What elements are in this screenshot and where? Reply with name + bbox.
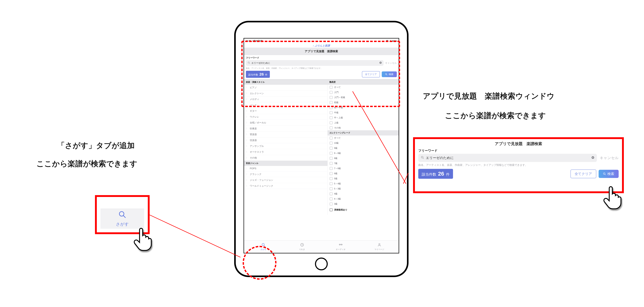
tab-mypage[interactable]: マイページ	[360, 240, 399, 253]
tab-search[interactable]: さがす	[244, 240, 283, 253]
clear-input-icon[interactable]	[592, 156, 594, 160]
checkbox-label: すべて	[334, 86, 341, 89]
list-item[interactable]: 〉ジャズ・フュージョン	[244, 177, 328, 183]
checkbox-icon	[330, 208, 332, 211]
result-count-chip: 該当件数 26 件	[246, 71, 270, 78]
checkbox-row[interactable]: 3級	[328, 201, 399, 206]
callout-result-count: 該当件数 26 件	[418, 169, 453, 179]
checkbox-row[interactable]: その他	[328, 125, 399, 130]
chevron-right-icon: 〉	[246, 86, 248, 89]
checkbox-icon	[330, 157, 332, 160]
checkbox-row[interactable]: 初級	[328, 100, 399, 105]
checkbox-row[interactable]: 7～6級	[328, 166, 399, 171]
list-item[interactable]: 〉メロディ	[244, 96, 328, 102]
checkbox-icon	[330, 152, 332, 155]
svg-line-14	[423, 158, 424, 159]
callout-count-label: 該当件数	[422, 172, 436, 177]
checkbox-row[interactable]: 5～4級	[328, 181, 399, 186]
user-icon	[378, 243, 381, 248]
status-date: 2月22日(木)	[252, 40, 263, 42]
search-input[interactable]: エリーゼのために	[246, 60, 384, 66]
cancel-button[interactable]: キャンセル	[385, 62, 397, 64]
clear-input-icon[interactable]	[379, 62, 382, 64]
callout-clear-all-button[interactable]: 全てクリア	[570, 170, 596, 178]
checkbox-row[interactable]: すべて	[328, 85, 399, 90]
chevron-right-icon: 〉	[246, 92, 248, 95]
callout-count-unit: 件	[446, 172, 450, 177]
checkbox-label: 8級	[334, 157, 338, 160]
list-item-label: ジャズ・フュージョン	[250, 178, 273, 182]
connector-line	[150, 215, 240, 258]
checkbox-icon	[330, 177, 332, 180]
status-time: 11:40	[246, 40, 251, 42]
checkbox-label: 9～8級	[334, 152, 341, 155]
list-item[interactable]: 〉弦楽器	[244, 137, 328, 143]
callout-count-number: 26	[438, 171, 444, 177]
list-item[interactable]: 〉ギター	[244, 108, 328, 114]
svg-point-0	[248, 62, 250, 63]
svg-line-6	[264, 245, 265, 246]
list-item[interactable]: 〉クラシック	[244, 171, 328, 177]
checkbox-row[interactable]: 中～上級	[328, 115, 399, 120]
checkbox-row[interactable]: 4～3級	[328, 196, 399, 201]
checkbox-label: 上級	[334, 121, 338, 124]
checkbox-label: 3級	[334, 202, 338, 206]
checkbox-row[interactable]: 入門	[328, 90, 399, 95]
tab-audio[interactable]: オーディオ	[321, 240, 360, 253]
list-item[interactable]: 〉バンド	[244, 102, 328, 108]
checkbox-row[interactable]: 9級	[328, 146, 399, 151]
checkbox-row[interactable]: 7級	[328, 161, 399, 166]
callout-cancel-button[interactable]: キャンセル	[600, 156, 619, 160]
search-icon	[262, 243, 266, 248]
checkbox-row[interactable]: すべて	[328, 136, 399, 140]
list-item[interactable]: 〉合唱／ボーカル	[244, 120, 328, 126]
checkbox-row[interactable]: 上級	[328, 120, 399, 125]
history-icon	[300, 243, 304, 248]
list-item[interactable]: 〉POPS	[244, 166, 328, 171]
list-item[interactable]: 〉その他	[244, 155, 328, 161]
checkbox-row[interactable]: 中級	[328, 110, 399, 115]
list-item[interactable]: 〉ピアノ	[244, 85, 328, 90]
checkbox-label: 入門～初級	[334, 96, 345, 99]
checkbox-icon	[330, 126, 332, 129]
checkbox-icon	[330, 192, 332, 195]
list-item[interactable]: 〉吹奏楽	[244, 126, 328, 132]
checkbox-row[interactable]: 8級	[328, 156, 399, 161]
checkbox-icon	[330, 111, 332, 114]
list-item-label: 吹奏楽	[250, 127, 257, 130]
svg-line-12	[123, 216, 126, 218]
clear-all-button[interactable]: 全てクリア	[362, 71, 380, 78]
callout-search-input[interactable]: エリーゼのために	[418, 154, 597, 162]
search-icon	[248, 62, 250, 64]
checkbox-row[interactable]: 5～3級	[328, 186, 399, 191]
app-screen: 11:40 2月22日(木) 100% ♪ ぷりんと楽譜 アプリで見	[244, 38, 399, 254]
list-item[interactable]: 〉ウクレレ	[244, 114, 328, 120]
section-instrument: 楽器・演奏スタイル	[244, 80, 328, 85]
checkbox-row[interactable]: 4級	[328, 191, 399, 196]
annotation-right-line1: アプリで見放題 楽譜検索ウィンドウ	[423, 91, 554, 101]
list-item[interactable]: 〉アンサンブル	[244, 143, 328, 149]
callout-sagasu-tab: さがす	[95, 195, 150, 234]
video-available-label: 演奏動画あり	[334, 208, 347, 211]
list-item[interactable]: 〉オーケストラ	[244, 149, 328, 155]
checkbox-row[interactable]: 入門～初級	[328, 95, 399, 100]
checkbox-label: 初～中級	[334, 106, 343, 109]
list-item[interactable]: 〉エレクトーン	[244, 90, 328, 96]
checkbox-label: 中級	[334, 111, 338, 114]
search-button-label: 検索	[389, 73, 394, 76]
list-item[interactable]: 〉管楽器	[244, 132, 328, 137]
list-item[interactable]: 〉ワールドミュージック	[244, 183, 328, 189]
checkbox-label: 入門	[334, 91, 338, 94]
checkbox-row[interactable]: 10級	[328, 140, 399, 146]
video-available-checkbox[interactable]: 演奏動画あり	[328, 206, 399, 212]
tab-history[interactable]: りれき	[283, 240, 321, 253]
search-button[interactable]: 検索	[382, 72, 397, 77]
screen-title: アプリで見放題 楽譜検索	[244, 48, 399, 55]
chevron-right-icon: 〉	[246, 98, 248, 101]
checkbox-row[interactable]: 6級	[328, 171, 399, 176]
callout-search-button[interactable]: 検索	[598, 170, 619, 178]
checkbox-row[interactable]: 5級	[328, 176, 399, 181]
list-item-label: メロディ	[250, 98, 259, 101]
svg-point-10	[379, 244, 380, 245]
home-button[interactable]	[315, 258, 328, 270]
